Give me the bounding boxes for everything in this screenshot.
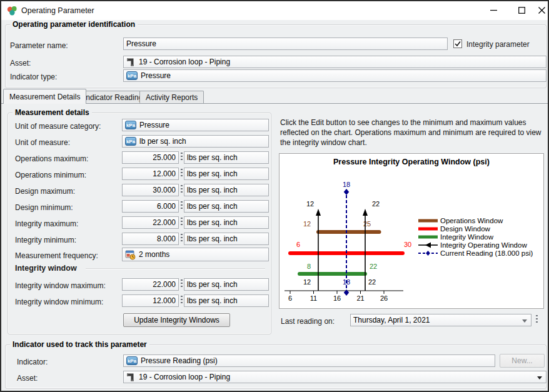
spinner-handle[interactable] — [181, 201, 183, 211]
design-maximum-input[interactable]: 30.000 — [122, 184, 179, 196]
integrity-maximum-unit: lbs per sq. inch — [184, 216, 269, 229]
kpa-icon: kPa — [126, 71, 138, 80]
indicator-label: Indicator: — [17, 358, 48, 366]
close-icon — [538, 7, 545, 14]
svg-text:Integrity Window: Integrity Window — [440, 233, 494, 241]
last-reading-date-value: Thursday, April 1, 2021 — [353, 316, 430, 324]
operations-maximum-label: Operations maximum: — [15, 154, 88, 163]
unit-text: lbs per sq. inch — [187, 202, 238, 211]
svg-text:8: 8 — [307, 263, 311, 270]
update-integrity-windows-label: Update Integrity Windows — [134, 316, 219, 324]
integrity-maximum-input[interactable]: 22.000 — [122, 216, 179, 229]
maximize-button[interactable] — [512, 1, 531, 19]
operations-maximum-input[interactable]: 25.000 — [122, 151, 179, 164]
svg-text:30: 30 — [404, 241, 411, 248]
tab-indicator-readings-label: Indicator Readings — [84, 93, 146, 102]
svg-text:11: 11 — [310, 294, 317, 302]
spinner-handle[interactable] — [181, 169, 183, 178]
minimize-icon — [490, 7, 497, 14]
svg-text:22: 22 — [370, 263, 377, 270]
tab-activity-reports-label: Activity Reports — [146, 93, 198, 102]
minimize-button[interactable] — [484, 1, 503, 19]
calendar-clock-icon — [125, 249, 136, 260]
unit-text: lbs per sq. inch — [187, 169, 238, 178]
spinner-handle[interactable] — [181, 279, 183, 289]
tab-measurement-details-label: Measurement Details — [9, 93, 80, 101]
uom-category-value: Pressure — [139, 121, 169, 129]
integrity-minimum-label: Integrity minimum: — [15, 236, 76, 244]
measurement-frequency-label: Measurement frequency: — [15, 251, 98, 260]
operations-minimum-input[interactable]: 12.000 — [122, 168, 179, 180]
integrity-maximum-label: Integrity maximum: — [15, 219, 78, 228]
uom-category-field[interactable]: kPa Pressure — [122, 119, 269, 131]
svg-text:12: 12 — [303, 278, 311, 286]
svg-text:12: 12 — [303, 220, 311, 228]
integrity-parameter-checkbox[interactable] — [453, 39, 462, 48]
unit-text: lbs per sq. inch — [187, 186, 238, 194]
integrity-window-maximum-unit: lbs per sq. inch — [184, 278, 269, 291]
update-integrity-windows-button[interactable]: Update Integrity Windows — [123, 313, 230, 327]
kpa-icon: kPa — [125, 121, 136, 129]
maximize-icon — [518, 7, 525, 14]
chart-canvas: Pressure Integrity Operating Window (psi… — [280, 154, 543, 308]
design-maximum-unit: lbs per sq. inch — [184, 184, 269, 196]
integrity-window-maximum-label: Integrity window maximum: — [15, 281, 106, 290]
svg-text:Design Window: Design Window — [440, 225, 491, 233]
integrity-window-subtitle: Integrity window — [15, 264, 77, 273]
design-minimum-input[interactable]: 6.000 — [122, 200, 179, 213]
design-minimum-label: Design minimum: — [15, 203, 73, 212]
asset-field[interactable]: 19 - Corrosion loop - Piping — [123, 56, 546, 68]
operations-maximum-unit: lbs per sq. inch — [184, 151, 269, 164]
measurement-frequency-value: 2 months — [139, 250, 169, 259]
svg-text:Current Reading (18.000 psi): Current Reading (18.000 psi) — [440, 249, 533, 257]
spinner-handle[interactable] — [181, 185, 183, 194]
tab-activity-reports[interactable]: Activity Reports — [139, 91, 204, 103]
indicator-field[interactable]: kPa Pressure Reading (psi) — [123, 354, 495, 367]
unit-text: lbs per sq. inch — [187, 280, 238, 289]
uom-category-label: Unit of measure category: — [15, 122, 101, 131]
design-minimum-unit: lbs per sq. inch — [184, 200, 269, 213]
tab-measurement-details[interactable]: Measurement Details — [3, 89, 86, 104]
spinner-handle[interactable] — [181, 296, 183, 305]
indicator-asset-label: Asset: — [17, 374, 38, 383]
last-reading-date-combo[interactable]: Thursday, April 1, 2021 — [350, 314, 531, 326]
uom-field[interactable]: kPa lb per sq. inch — [122, 135, 269, 148]
integrity-window-minimum-input[interactable]: 12.000 — [122, 294, 179, 307]
kpa-icon: kPa — [126, 356, 138, 365]
operations-minimum-label: Operations minimum: — [15, 171, 86, 179]
unit-text: lbs per sq. inch — [187, 234, 238, 243]
operations-minimum-unit: lbs per sq. inch — [184, 168, 269, 180]
indicator-asset-dropdown[interactable]: 19 - Corrosion loop - Piping — [123, 371, 546, 383]
integrity-window-minimum-unit: lbs per sq. inch — [184, 294, 269, 307]
design-maximum-value: 30.000 — [153, 186, 176, 194]
close-button[interactable] — [534, 1, 549, 19]
date-combo-handle[interactable] — [536, 315, 538, 324]
parameter-name-value: Pressure — [126, 39, 156, 48]
parameter-name-input[interactable]: Pressure — [123, 38, 448, 50]
indicator-type-value: Pressure — [141, 71, 171, 80]
svg-text:Operations Window: Operations Window — [440, 217, 503, 224]
indicator-type-field[interactable]: kPa Pressure — [123, 69, 546, 82]
unit-text: lbs per sq. inch — [187, 218, 238, 227]
integrity-minimum-value: 8.000 — [157, 234, 176, 243]
svg-text:22: 22 — [368, 278, 376, 286]
operations-minimum-value: 12.000 — [153, 169, 176, 178]
spinner-handle[interactable] — [181, 218, 183, 227]
integrity-minimum-unit: lbs per sq. inch — [184, 233, 269, 245]
integrity-window-maximum-value: 22.000 — [153, 280, 176, 289]
kpa-icon: kPa — [125, 137, 136, 146]
svg-text:22: 22 — [372, 200, 380, 208]
spinner-handle[interactable] — [181, 153, 183, 162]
chevron-down-icon — [537, 376, 542, 379]
indicator-value: Pressure Reading (psi) — [141, 356, 218, 365]
integrity-minimum-input[interactable]: 8.000 — [122, 233, 179, 245]
svg-text:12: 12 — [306, 200, 314, 208]
parameter-name-label: Parameter name: — [10, 41, 68, 50]
integrity-window-maximum-input[interactable]: 22.000 — [122, 278, 179, 291]
new-indicator-button[interactable]: New... — [500, 354, 545, 368]
measurement-frequency-field[interactable]: 2 months — [122, 248, 269, 261]
svg-text:16: 16 — [333, 294, 341, 302]
spinner-handle[interactable] — [181, 234, 183, 243]
chevron-down-icon — [522, 319, 527, 323]
integrity-window-minimum-value: 12.000 — [153, 296, 176, 305]
